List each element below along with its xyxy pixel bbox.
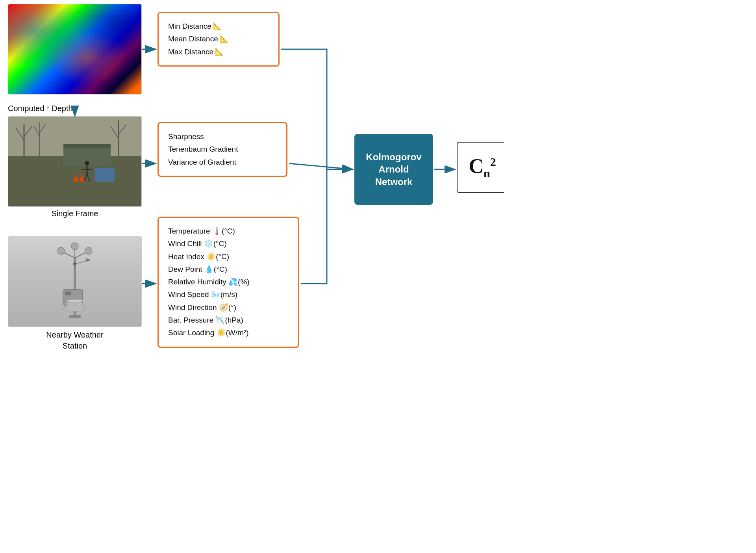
svg-rect-20 bbox=[95, 168, 115, 182]
sharpness-label: Sharpness bbox=[168, 130, 204, 143]
wind-speed-label: Wind Speed 🌬️(m/s) bbox=[168, 288, 237, 301]
tenenbaum-item: Tenenbaum Gradient bbox=[168, 143, 277, 156]
computed-label-text: Computed bbox=[8, 104, 44, 113]
svg-rect-12 bbox=[63, 144, 111, 148]
svg-rect-37 bbox=[69, 315, 81, 318]
depth-label-text: Depth bbox=[52, 104, 72, 113]
frame-image-block: Single Frame bbox=[8, 116, 142, 218]
heat-index-label: Heat Index ☀️(°C) bbox=[168, 251, 229, 263]
svg-line-22 bbox=[63, 252, 75, 258]
solar-label: Solar Loading ☀️(W/m²) bbox=[168, 327, 249, 339]
frame-image bbox=[8, 116, 142, 207]
max-distance-label: Max Distance bbox=[168, 46, 213, 58]
depth-image-block bbox=[8, 4, 142, 95]
weather-station-label: Nearby Weather Station bbox=[8, 329, 142, 351]
arrow-mid-to-kan bbox=[289, 163, 353, 169]
svg-marker-29 bbox=[86, 258, 91, 262]
kan-title: Kolmogorov Arnold Network bbox=[366, 151, 421, 188]
svg-point-26 bbox=[85, 247, 92, 254]
ruler-icon-2: 📐 bbox=[220, 33, 228, 45]
computed-depth-label: Computed ↑ Depth bbox=[8, 103, 73, 113]
weather-station-svg bbox=[39, 242, 110, 321]
distance-feature-box: Min Distance 📐 Mean Distance 📐 Max Dista… bbox=[158, 12, 280, 67]
arrow-bot-to-kan bbox=[301, 169, 353, 284]
main-diagram: Computed ↑ Depth bbox=[0, 0, 504, 414]
ruler-icon-1: 📐 bbox=[213, 20, 222, 33]
kan-line3: Network bbox=[375, 176, 413, 187]
weather-label-line1: Nearby Weather bbox=[46, 330, 103, 339]
wind-direction-item: Wind Direction 🧭(°) bbox=[168, 301, 289, 314]
kan-box: Kolmogorov Arnold Network bbox=[354, 134, 433, 205]
mean-distance-item: Mean Distance 📐 bbox=[168, 33, 269, 45]
variance-item: Variance of Gradient bbox=[168, 156, 277, 169]
heat-index-item: Heat Index ☀️(°C) bbox=[168, 251, 289, 263]
single-frame-label: Single Frame bbox=[8, 209, 142, 218]
wind-direction-label: Wind Direction 🧭(°) bbox=[168, 301, 236, 314]
wind-chill-item: Wind Chill ❄️(°C) bbox=[168, 238, 289, 250]
mean-distance-label: Mean Distance bbox=[168, 33, 218, 45]
dew-point-label: Dew Point 💧(°C) bbox=[168, 263, 227, 276]
svg-point-27 bbox=[71, 243, 78, 250]
kan-line2: Arnold bbox=[378, 164, 409, 174]
min-distance-item: Min Distance 📐 bbox=[168, 20, 269, 33]
humidity-label: Relative Humidity 💦(%) bbox=[168, 276, 250, 288]
weather-label-line2: Station bbox=[63, 341, 87, 350]
wind-speed-item: Wind Speed 🌬️(m/s) bbox=[168, 288, 289, 301]
cn2-label: Cn2 bbox=[469, 154, 496, 180]
svg-point-36 bbox=[67, 300, 83, 302]
up-arrow-icon: ↑ bbox=[46, 103, 50, 113]
weather-station-block: Nearby Weather Station bbox=[8, 236, 142, 327]
depth-image bbox=[8, 4, 142, 95]
pressure-label: Bar. Pressure 📉(hPa) bbox=[168, 314, 243, 327]
cn2-output-box: Cn2 bbox=[457, 142, 504, 193]
temperature-item: Temperature 🌡️(°C) bbox=[168, 225, 289, 238]
variance-label: Variance of Gradient bbox=[168, 156, 236, 169]
tenenbaum-label: Tenenbaum Gradient bbox=[168, 143, 238, 156]
sharpness-feature-box: Sharpness Tenenbaum Gradient Variance of… bbox=[158, 122, 287, 177]
sharpness-item: Sharpness bbox=[168, 130, 277, 143]
weather-station-image bbox=[8, 236, 142, 327]
pressure-item: Bar. Pressure 📉(hPa) bbox=[168, 314, 289, 327]
svg-point-35 bbox=[65, 302, 84, 305]
humidity-item: Relative Humidity 💦(%) bbox=[168, 276, 289, 288]
min-distance-label: Min Distance bbox=[168, 20, 211, 33]
weather-feature-box: Temperature 🌡️(°C) Wind Chill ❄️(°C) Hea… bbox=[158, 217, 299, 348]
svg-rect-32 bbox=[65, 291, 71, 295]
dew-point-item: Dew Point 💧(°C) bbox=[168, 263, 289, 276]
ruler-icon-3: 📐 bbox=[215, 46, 224, 58]
kan-line1: Kolmogorov bbox=[366, 152, 421, 162]
frame-scene-svg bbox=[8, 117, 141, 206]
temperature-label: Temperature 🌡️(°C) bbox=[168, 225, 235, 238]
svg-line-23 bbox=[75, 252, 87, 258]
arrow-top-to-kan bbox=[281, 49, 353, 169]
svg-point-13 bbox=[85, 161, 89, 165]
wind-chill-label: Wind Chill ❄️(°C) bbox=[168, 238, 227, 250]
max-distance-item: Max Distance 📐 bbox=[168, 46, 269, 58]
svg-point-25 bbox=[57, 247, 65, 254]
svg-point-30 bbox=[73, 262, 76, 265]
solar-item: Solar Loading ☀️(W/m²) bbox=[168, 327, 289, 339]
